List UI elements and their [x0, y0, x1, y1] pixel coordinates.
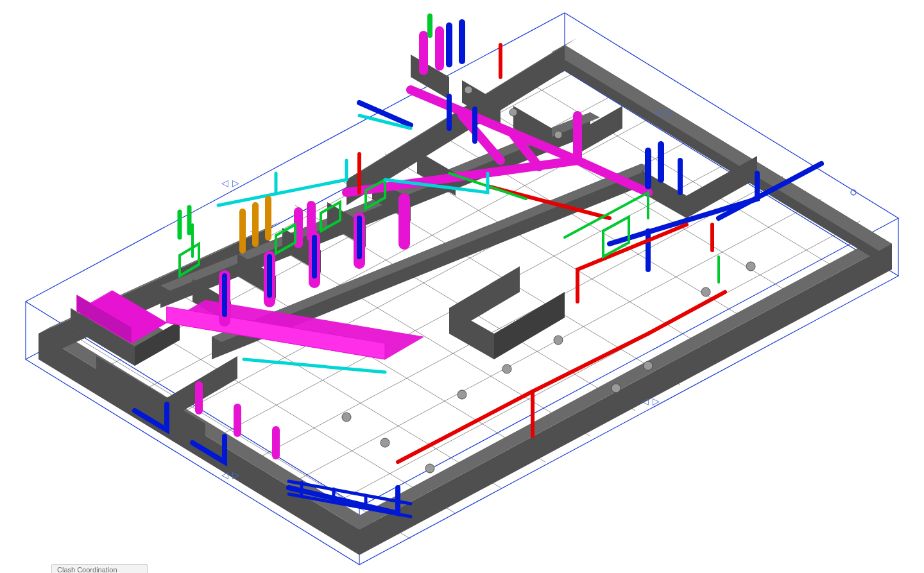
- view-tab[interactable]: Clash Coordination: [51, 564, 148, 573]
- svg-point-95: [381, 438, 389, 447]
- svg-point-96: [425, 464, 434, 473]
- model-viewport[interactable]: .wf{fill:#4f4f4f} .wt{fill:#6a6a6a} .ws{…: [0, 0, 924, 573]
- svg-text:◁: ◁: [221, 178, 228, 188]
- svg-text:▷: ▷: [665, 107, 672, 117]
- svg-point-98: [502, 364, 511, 373]
- svg-line-16: [520, 77, 860, 282]
- svg-marker-31: [552, 45, 892, 251]
- svg-marker-28: [359, 244, 892, 555]
- svg-point-105: [509, 108, 517, 116]
- svg-point-101: [644, 361, 653, 370]
- svg-point-102: [701, 287, 710, 296]
- ductwork-supply: [77, 31, 648, 456]
- svg-point-99: [554, 336, 563, 345]
- svg-text:▷: ▷: [653, 396, 660, 406]
- svg-text:◁: ◁: [642, 396, 649, 406]
- svg-point-94: [342, 413, 351, 422]
- svg-point-104: [465, 86, 472, 94]
- svg-point-97: [458, 390, 466, 399]
- svg-point-100: [612, 384, 620, 393]
- bim-3d-scene[interactable]: .wf{fill:#4f4f4f} .wt{fill:#6a6a6a} .ws{…: [0, 0, 924, 573]
- svg-text:▷: ▷: [232, 178, 239, 188]
- svg-point-106: [554, 131, 562, 139]
- svg-marker-29: [346, 237, 892, 529]
- svg-text:◁: ◁: [654, 107, 662, 117]
- svg-point-103: [746, 262, 755, 271]
- svg-text:◁: ◁: [221, 470, 228, 480]
- svg-text:▷: ▷: [232, 470, 239, 480]
- view-tab-label: Clash Coordination: [57, 566, 117, 573]
- svg-marker-54: [578, 106, 622, 154]
